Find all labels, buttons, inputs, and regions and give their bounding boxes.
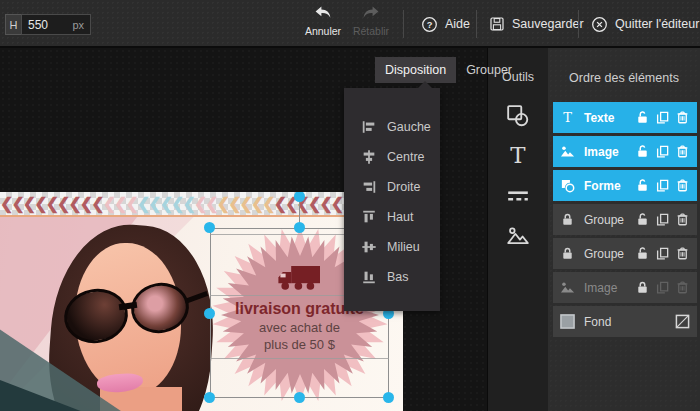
layer-label: Fond [584, 315, 675, 329]
chevron-tape-element[interactable]: ❮❮❮❮❮❮❮❮❮❮❮❮❮❮❮❮❮❮❮❮❮❮❮❮❮❮❮❮❮❮❮❮❮❮❮❮❮❮❮❮… [0, 192, 403, 215]
trash-icon[interactable] [675, 178, 690, 193]
save-icon [489, 16, 505, 32]
close-circle-icon [591, 16, 608, 33]
swatch-icon [560, 314, 576, 330]
lock-closed-icon [560, 246, 576, 262]
shape-tool-button[interactable] [498, 96, 538, 136]
editor-window: H px Annuler Rétablir ? Aide [0, 0, 700, 411]
resize-handle-sw[interactable] [204, 392, 215, 403]
dropdown-item-list: GaucheCentreDroiteHautMilieuBas [344, 88, 440, 292]
none-icon[interactable] [675, 314, 690, 329]
lock-open-icon[interactable] [635, 246, 650, 261]
layers-panel-title: Ordre des éléments [548, 71, 700, 85]
layer-row-groupe[interactable]: Groupe [553, 238, 697, 269]
duplicate-icon[interactable] [655, 212, 670, 227]
menu-item-centre[interactable]: Centre [344, 142, 440, 172]
svg-text:?: ? [427, 20, 433, 30]
height-dimension-group: H px [5, 14, 91, 35]
trash-icon[interactable] [675, 280, 690, 295]
line-tool-icon [506, 184, 530, 208]
image-tool-button[interactable] [498, 216, 538, 256]
menu-item-milieu[interactable]: Milieu [344, 232, 440, 262]
resize-handle-s[interactable] [294, 392, 305, 403]
trash-icon[interactable] [675, 212, 690, 227]
menu-item-gauche[interactable]: Gauche [344, 112, 440, 142]
lock-open-icon[interactable] [635, 144, 650, 159]
layer-row-groupe[interactable]: Groupe [553, 204, 697, 235]
toolbar-divider [476, 10, 477, 38]
trash-icon[interactable] [675, 144, 690, 159]
undo-icon [300, 5, 346, 23]
shapes-tool-icon [506, 104, 530, 128]
lock-open-icon[interactable] [635, 110, 650, 125]
layer-label: Groupe [584, 213, 635, 227]
svg-text:T: T [510, 144, 526, 168]
layer-label: Forme [584, 179, 635, 193]
dropdown-caret [418, 81, 432, 88]
layers-panel: Ordre des éléments TTexteImageFormeGroup… [548, 48, 700, 411]
layer-label: Image [584, 281, 635, 295]
tab-grouper[interactable]: Grouper [456, 57, 522, 83]
image-layer-icon [560, 144, 576, 160]
lock-closed-icon[interactable] [635, 280, 650, 295]
text-tool-button[interactable]: T [498, 136, 538, 176]
height-input[interactable] [28, 18, 62, 32]
layer-label: Texte [584, 111, 635, 125]
tools-list: T [488, 96, 548, 256]
redo-button[interactable]: Rétablir [348, 5, 394, 37]
trash-icon[interactable] [675, 110, 690, 125]
undo-button[interactable]: Annuler [300, 5, 346, 37]
resize-handle-w[interactable] [204, 308, 215, 319]
layer-label: Groupe [584, 247, 635, 261]
image-tool-icon [506, 224, 530, 248]
align-middle-vertical-icon [361, 239, 377, 255]
layer-row-image[interactable]: Image [553, 272, 697, 303]
resize-handle-nw[interactable] [204, 222, 215, 233]
selection-sub-divider [210, 358, 389, 359]
height-label: H [5, 14, 21, 35]
duplicate-icon[interactable] [655, 110, 670, 125]
duplicate-icon[interactable] [655, 246, 670, 261]
text-tool-icon: T [506, 144, 530, 168]
align-top-icon [361, 209, 377, 225]
menu-item-bas[interactable]: Bas [344, 262, 440, 292]
layer-row-fond[interactable]: Fond [553, 306, 697, 337]
resize-handle-n[interactable] [294, 222, 305, 233]
tab-disposition[interactable]: Disposition [375, 57, 456, 83]
save-button[interactable]: Sauvegarder [489, 0, 584, 48]
redo-icon [348, 5, 394, 23]
duplicate-icon[interactable] [655, 280, 670, 295]
line-tool-button[interactable] [498, 176, 538, 216]
resize-handle-se[interactable] [383, 392, 394, 403]
layer-row-forme[interactable]: Forme [553, 170, 697, 201]
toolbar-divider [403, 10, 404, 38]
workspace: ❮❮❮❮❮❮❮❮❮❮❮❮❮❮❮❮❮❮❮❮❮❮❮❮❮❮❮❮❮❮❮❮❮❮❮❮❮❮❮❮… [0, 48, 700, 411]
align-left-icon [361, 119, 377, 135]
layer-row-texte[interactable]: TTexte [553, 102, 697, 133]
lock-open-icon[interactable] [635, 178, 650, 193]
layer-row-image[interactable]: Image [553, 136, 697, 167]
tools-sidebar: Outils T [487, 48, 548, 411]
trash-icon[interactable] [675, 246, 690, 261]
help-button[interactable]: ? Aide [421, 0, 470, 48]
text-layer-icon: T [560, 110, 576, 126]
align-right-icon [361, 179, 377, 195]
disposition-dropdown: GaucheCentreDroiteHautMilieuBas [344, 88, 440, 311]
badge-subline: plus de 50 $ [210, 336, 389, 353]
height-unit: px [72, 19, 84, 31]
image-layer-icon [560, 280, 576, 296]
menu-item-haut[interactable]: Haut [344, 202, 440, 232]
quit-editor-button[interactable]: Quitter l'éditeur [591, 0, 699, 48]
toolbar-divider [578, 10, 579, 38]
lock-open-icon[interactable] [635, 212, 650, 227]
duplicate-icon[interactable] [655, 144, 670, 159]
help-icon: ? [421, 16, 438, 33]
menu-item-droite[interactable]: Droite [344, 172, 440, 202]
duplicate-icon[interactable] [655, 178, 670, 193]
design-canvas[interactable]: ❮❮❮❮❮❮❮❮❮❮❮❮❮❮❮❮❮❮❮❮❮❮❮❮❮❮❮❮❮❮❮❮❮❮❮❮❮❮❮❮… [0, 192, 403, 411]
svg-text:T: T [563, 110, 572, 125]
top-toolbar: H px Annuler Rétablir ? Aide [0, 0, 700, 48]
height-input-wrap: px [21, 14, 91, 35]
layer-label: Image [584, 145, 635, 159]
truck-icon[interactable] [274, 264, 326, 292]
